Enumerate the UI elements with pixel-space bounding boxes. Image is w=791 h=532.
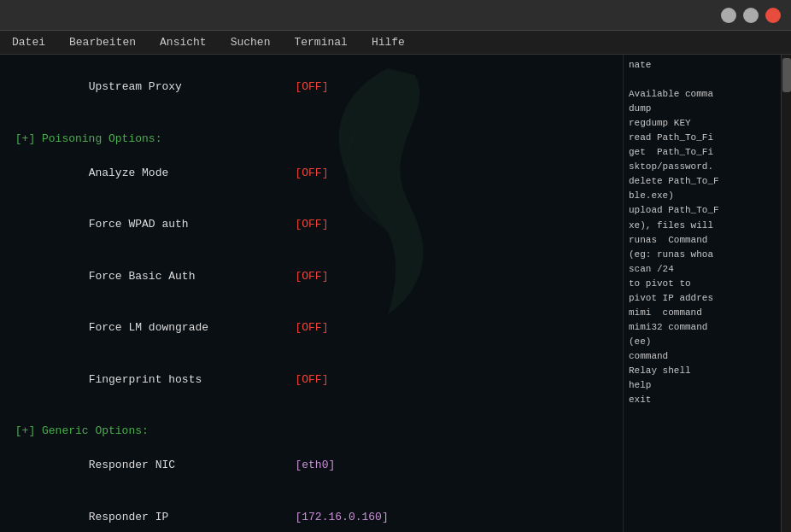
- sidebar-ble: ble.exe): [629, 189, 776, 203]
- sidebar-read: read Path_To_Fi: [629, 131, 776, 145]
- terminal-area[interactable]: Upstream Proxy [OFF] [+] Poisoning Optio…: [0, 55, 623, 532]
- terminal-output: Upstream Proxy [OFF] [+] Poisoning Optio…: [9, 61, 614, 532]
- line-analyze-mode: Analyze Mode [OFF]: [9, 148, 614, 199]
- close-button[interactable]: [765, 8, 781, 23]
- line-force-wpad: Force WPAD auth [OFF]: [9, 199, 614, 250]
- sidebar-available: Available comma: [629, 87, 776, 102]
- sidebar-to-pivot: to pivot to: [629, 277, 776, 291]
- sidebar-upload: upload Path_To_F: [629, 203, 776, 218]
- sidebar-get: get Path_To_Fi: [629, 145, 776, 160]
- line-poisoning-header: [+] Poisoning Options:: [9, 131, 614, 148]
- menubar-item-suchen[interactable]: Suchen: [226, 34, 276, 50]
- sidebar-line-nate: nate: [629, 58, 776, 73]
- menubar-item-bearbeiten[interactable]: Bearbeiten: [64, 34, 141, 50]
- main-container: Upstream Proxy [OFF] [+] Poisoning Optio…: [0, 55, 791, 532]
- menubar-item-hilfe[interactable]: Hilfe: [366, 34, 410, 50]
- minimize-button[interactable]: [721, 8, 736, 23]
- sidebar-blank: [629, 73, 776, 87]
- scrollbar[interactable]: [781, 55, 791, 532]
- menubar-item-terminal[interactable]: Terminal: [289, 34, 352, 50]
- sidebar-regdump: regdump KEY: [629, 116, 776, 131]
- maximize-button[interactable]: [743, 8, 759, 23]
- line-nic: Responder NIC [eth0]: [9, 440, 614, 491]
- sidebar-ee: (ee): [629, 335, 776, 349]
- line-blank-1: [9, 113, 614, 130]
- window-controls: [721, 8, 781, 23]
- sidebar-xe: xe), files will: [629, 219, 776, 233]
- line-blank-2: [9, 406, 614, 423]
- titlebar: [0, 0, 791, 31]
- sidebar-relay-shell: Relay shell: [629, 364, 776, 378]
- line-force-lm: Force LM downgrade [OFF]: [9, 302, 614, 354]
- line-ip: Responder IP [172.16.0.160]: [9, 492, 614, 532]
- line-upstream-proxy: Upstream Proxy [OFF]: [9, 61, 614, 113]
- menubar-item-datei[interactable]: Datei: [7, 34, 50, 50]
- menubar-item-ansicht[interactable]: Ansicht: [155, 34, 212, 50]
- sidebar-scan: scan /24: [629, 262, 776, 277]
- sidebar-sktop: sktop/password.: [629, 160, 776, 174]
- menubar: DateiBearbeitenAnsichtSuchenTerminalHilf…: [0, 31, 791, 55]
- sidebar-eg: (eg: runas whoa: [629, 248, 776, 262]
- line-generic-header: [+] Generic Options:: [9, 423, 614, 440]
- sidebar-mimi32: mimi32 command: [629, 320, 776, 335]
- sidebar-dump: dump: [629, 102, 776, 116]
- sidebar-runas: runas Command: [629, 233, 776, 248]
- sidebar-pivot-ip: pivot IP addres: [629, 291, 776, 306]
- sidebar-help: help: [629, 378, 776, 393]
- line-fingerprint: Fingerprint hosts [OFF]: [9, 354, 614, 405]
- sidebar-delete: delete Path_To_F: [629, 174, 776, 189]
- sidebar-command: command: [629, 349, 776, 364]
- line-force-basic: Force Basic Auth [OFF]: [9, 251, 614, 302]
- sidebar-mimi: mimi command: [629, 306, 776, 320]
- sidebar-exit: exit: [629, 393, 776, 407]
- sidebar-panel: nate Available comma dump regdump KEY re…: [623, 55, 781, 532]
- scrollbar-thumb[interactable]: [782, 58, 791, 92]
